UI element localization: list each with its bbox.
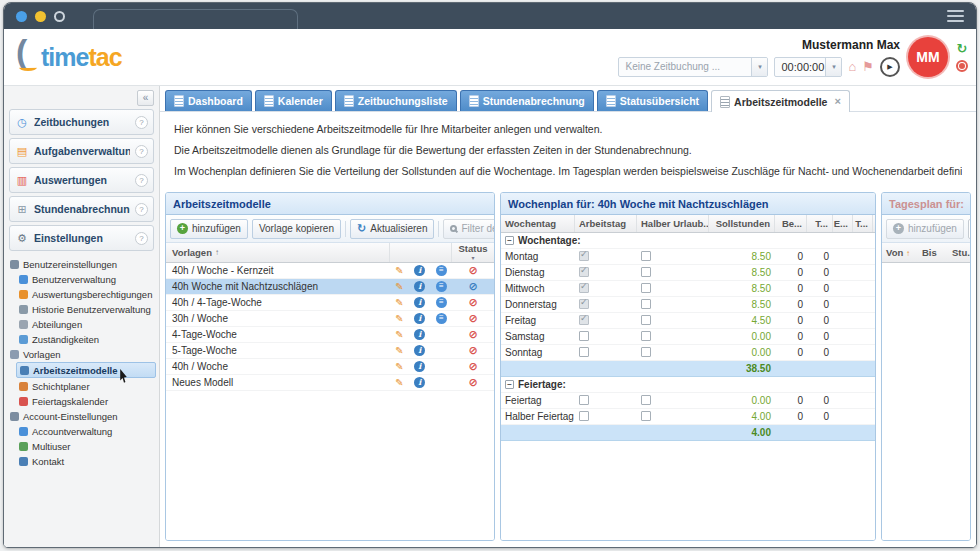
edit-icon[interactable]: ✎: [395, 282, 403, 292]
half-vacation-checkbox[interactable]: [641, 283, 651, 293]
avatar[interactable]: MM: [908, 37, 948, 77]
workday-checkbox[interactable]: [579, 347, 589, 357]
info-icon[interactable]: i: [414, 265, 425, 276]
workday-checkbox[interactable]: [579, 315, 589, 325]
model-row[interactable]: 40h / 4-Tage-Woche ✎i≡ ⊘: [166, 295, 494, 311]
column-be[interactable]: Be...: [775, 215, 807, 232]
tab-dashboard[interactable]: Dashboard: [165, 90, 252, 111]
edit-icon[interactable]: ✎: [395, 378, 403, 388]
workday-checkbox[interactable]: [579, 395, 589, 405]
window-dot-outline[interactable]: [54, 11, 65, 22]
assign-users-icon[interactable]: ≡: [436, 281, 447, 292]
sidebar-item-aufgabenverwaltung[interactable]: ▤ Aufgabenverwaltung ?: [9, 138, 154, 164]
workday-checkbox[interactable]: [579, 411, 589, 421]
start-timer-button[interactable]: ▶: [880, 57, 900, 77]
tree-section-benutzereinstellungen[interactable]: Benutzereinstellungen: [7, 257, 156, 271]
chevron-down-icon[interactable]: ▾: [825, 58, 841, 76]
collapse-sidebar-button[interactable]: «: [137, 90, 154, 106]
column-sollstunden[interactable]: Sollstunden: [709, 215, 775, 232]
workday-checkbox[interactable]: [579, 331, 589, 341]
sync-icon[interactable]: ↻: [957, 42, 968, 55]
half-vacation-checkbox[interactable]: [641, 331, 651, 341]
help-icon[interactable]: ?: [135, 174, 148, 187]
workday-checkbox[interactable]: [579, 299, 589, 309]
workday-checkbox[interactable]: [579, 267, 589, 277]
column-von[interactable]: Von ↑: [882, 247, 918, 258]
tree-item-benutzerverwaltung[interactable]: Benutzerverwaltung: [16, 272, 156, 286]
add-dayplan-button[interactable]: +hinzufügen: [886, 219, 964, 239]
weekday-row[interactable]: Freitag 4.50 0 0: [501, 313, 875, 329]
edit-icon[interactable]: ✎: [395, 330, 403, 340]
tree-item-arbeitszeitmodelle[interactable]: Arbeitszeitmodelle: [16, 362, 156, 378]
model-row[interactable]: 30h / Woche ✎i≡ ⊘: [166, 311, 494, 327]
collapse-group-icon[interactable]: −: [505, 380, 514, 389]
tree-item-multiuser[interactable]: Multiuser: [16, 439, 156, 453]
edit-icon[interactable]: ✎: [395, 362, 403, 372]
info-icon[interactable]: i: [414, 313, 425, 324]
tree-item-kontakt[interactable]: Kontakt: [16, 454, 156, 468]
tree-item-accountverwaltung[interactable]: Accountverwaltung: [16, 424, 156, 438]
model-row[interactable]: 4-Tage-Woche ✎i≡ ⊘: [166, 327, 494, 343]
help-icon[interactable]: ?: [135, 116, 148, 129]
workday-checkbox[interactable]: [579, 251, 589, 261]
tree-item-schichtplaner[interactable]: Schichtplaner: [16, 379, 156, 393]
tree-item-historie-benutzerverwaltung[interactable]: Historie Benutzerverwaltung: [16, 302, 156, 316]
info-icon[interactable]: i: [414, 345, 425, 356]
holiday-row[interactable]: Feiertag 0.00 0 0: [501, 393, 875, 409]
record-status-icon[interactable]: [956, 60, 968, 72]
tree-item-auswertungsberechtigungen[interactable]: Auswertungsberechtigungen: [16, 287, 156, 301]
half-vacation-checkbox[interactable]: [641, 251, 651, 261]
half-vacation-checkbox[interactable]: [641, 267, 651, 277]
sidebar-item-einstellungen[interactable]: ⚙ Einstellungen ?: [9, 225, 154, 251]
column-t2[interactable]: T...: [853, 215, 873, 232]
holiday-row[interactable]: Halber Feiertag 4.00 0 0: [501, 409, 875, 425]
column-menu-icon[interactable]: ▾: [471, 255, 474, 261]
weekday-row[interactable]: Mittwoch 8.50 0 0: [501, 281, 875, 297]
tree-section-vorlagen[interactable]: Vorlagen: [7, 347, 156, 361]
info-icon[interactable]: i: [414, 281, 425, 292]
weekday-row[interactable]: Samstag 0.00 0 0: [501, 329, 875, 345]
tab-kalender[interactable]: Kalender: [255, 90, 332, 111]
info-icon[interactable]: i: [414, 377, 425, 388]
weekday-row[interactable]: Dienstag 8.50 0 0: [501, 265, 875, 281]
home-icon[interactable]: ⌂: [848, 60, 856, 73]
help-icon[interactable]: ?: [135, 232, 148, 245]
status-icon[interactable]: ⊘: [468, 281, 477, 292]
tree-item-feiertagskalender[interactable]: Feiertagskalender: [16, 394, 156, 408]
tree-item-abteilungen[interactable]: Abteilungen: [16, 317, 156, 331]
add-model-button[interactable]: +hinzufügen: [170, 219, 248, 239]
info-icon[interactable]: i: [414, 329, 425, 340]
sidebar-item-zeitbuchungen[interactable]: ◷ Zeitbuchungen ?: [9, 109, 154, 135]
edit-icon[interactable]: ✎: [395, 298, 403, 308]
help-icon[interactable]: ?: [135, 145, 148, 158]
tab-statusuebersicht[interactable]: Statusübersicht: [597, 90, 708, 111]
model-row[interactable]: 40h / Woche ✎i≡ ⊘: [166, 359, 494, 375]
grid-menu-icon[interactable]: [968, 219, 971, 239]
weekday-row[interactable]: Montag 8.50 0 0: [501, 249, 875, 265]
window-dot-blue[interactable]: [16, 11, 27, 22]
help-icon[interactable]: ?: [135, 203, 148, 216]
column-arbeitstag[interactable]: Arbeitstag: [575, 215, 637, 232]
sidebar-item-auswertungen[interactable]: ▥ Auswertungen ?: [9, 167, 154, 193]
sidebar-item-stundenabrechnung[interactable]: ⊞ Stundenabrechnung ?: [9, 196, 154, 222]
status-icon[interactable]: ⊘: [468, 329, 477, 340]
status-icon[interactable]: ⊘: [468, 297, 477, 308]
assign-users-icon[interactable]: ≡: [436, 313, 447, 324]
filter-button[interactable]: Filter deaktiviert: [443, 219, 495, 239]
column-header-status[interactable]: Status▾: [452, 244, 494, 261]
info-icon[interactable]: i: [414, 361, 425, 372]
time-entry-select[interactable]: Keine Zeitbuchung ... ▾: [618, 57, 768, 77]
tab-stundenabrechnung[interactable]: Stundenabrechnung: [460, 90, 594, 111]
edit-icon[interactable]: ✎: [395, 266, 403, 276]
column-halber-urlaub[interactable]: Halber Urlaub...: [637, 215, 709, 232]
half-vacation-checkbox[interactable]: [641, 395, 651, 405]
workday-checkbox[interactable]: [579, 283, 589, 293]
weekday-row[interactable]: Donnerstag 8.50 0 0: [501, 297, 875, 313]
timer-select[interactable]: 00:00:00 ▾: [774, 57, 842, 77]
model-row[interactable]: Neues Modell ✎i≡ ⊘: [166, 375, 494, 391]
weekday-row[interactable]: Sonntag 0.00 0 0: [501, 345, 875, 361]
edit-icon[interactable]: ✎: [395, 314, 403, 324]
edit-icon[interactable]: ✎: [395, 346, 403, 356]
menu-icon[interactable]: [947, 10, 964, 22]
half-vacation-checkbox[interactable]: [641, 411, 651, 421]
